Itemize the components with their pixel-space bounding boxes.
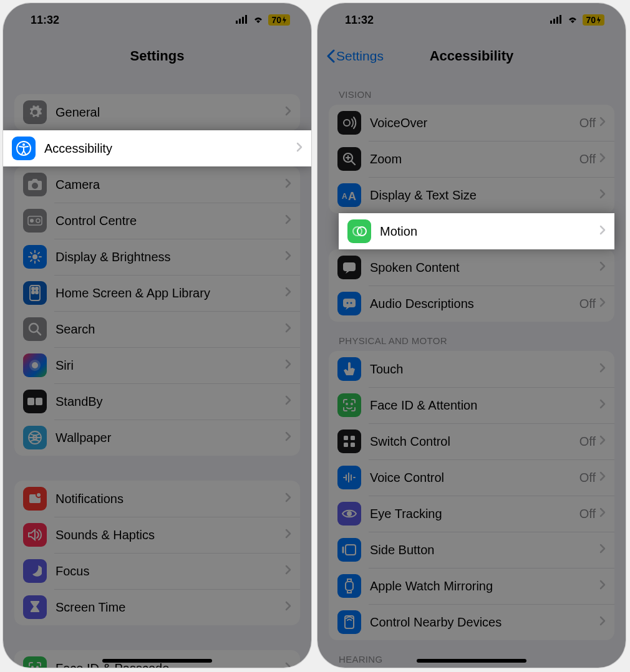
row-label: Display & Text Size bbox=[370, 188, 599, 203]
row-label: Eye Tracking bbox=[370, 507, 579, 521]
settings-row-sounds-haptics[interactable]: Sounds & Haptics bbox=[14, 517, 300, 553]
settings-row-general[interactable]: General bbox=[14, 94, 300, 130]
row-value: Off bbox=[579, 507, 596, 521]
cellular-icon bbox=[236, 14, 248, 27]
faceid-icon bbox=[23, 656, 47, 668]
chevron-right-icon bbox=[296, 142, 303, 155]
row-label: Siri bbox=[56, 358, 285, 373]
chevron-right-icon bbox=[599, 117, 606, 129]
svg-rect-44 bbox=[351, 443, 355, 447]
switch-icon bbox=[337, 430, 361, 453]
sounds-icon bbox=[23, 523, 47, 547]
settings-row-focus[interactable]: Focus bbox=[14, 553, 300, 589]
svg-point-8 bbox=[36, 219, 40, 223]
svg-point-24 bbox=[37, 666, 38, 668]
eyetracking-icon bbox=[337, 502, 361, 526]
settings-row-wallpaper[interactable]: Wallpaper bbox=[14, 420, 300, 456]
right-content: VisionVoiceOverOffZoomOffAADisplay & Tex… bbox=[317, 75, 626, 668]
settings-row-accessibility[interactable]: Accessibility bbox=[3, 130, 311, 166]
svg-rect-14 bbox=[36, 291, 38, 294]
nav-bar: Settings Accessibility bbox=[317, 37, 626, 75]
svg-rect-27 bbox=[556, 17, 558, 24]
siri-icon bbox=[23, 353, 47, 377]
faceid-attention-icon bbox=[337, 393, 361, 417]
svg-rect-28 bbox=[560, 15, 561, 24]
chevron-right-icon bbox=[599, 225, 606, 238]
row-label: Sounds & Haptics bbox=[56, 528, 285, 542]
settings-row-eye-tracking[interactable]: Eye TrackingOff bbox=[329, 496, 614, 532]
row-label: Camera bbox=[56, 178, 285, 192]
svg-point-39 bbox=[346, 403, 347, 405]
row-label: Motion bbox=[380, 224, 599, 239]
settings-row-spoken-content[interactable]: Spoken Content bbox=[329, 249, 614, 286]
settings-row-control-nearby-devices[interactable]: Control Nearby Devices bbox=[329, 604, 614, 640]
svg-rect-35 bbox=[343, 262, 356, 271]
settings-row-standby[interactable]: StandBy bbox=[14, 383, 300, 420]
homescreen-icon bbox=[23, 281, 47, 305]
row-value: Off bbox=[579, 434, 596, 449]
settings-group: CameraControl CentreDisplay & Brightness… bbox=[14, 166, 300, 456]
nearby-icon bbox=[337, 610, 361, 634]
phone-left: 11:32 70 Settings GeneralAccessibilityCa… bbox=[3, 3, 311, 668]
svg-point-23 bbox=[32, 666, 33, 668]
svg-point-22 bbox=[36, 492, 41, 497]
chevron-right-icon bbox=[285, 529, 291, 541]
row-label: Apple Watch Mirroring bbox=[370, 579, 599, 593]
cellular-icon bbox=[550, 14, 563, 27]
row-value: Off bbox=[579, 471, 596, 485]
controlcentre-icon bbox=[23, 209, 47, 233]
chevron-right-icon bbox=[599, 507, 606, 520]
chevron-right-icon bbox=[285, 601, 291, 613]
svg-rect-36 bbox=[343, 299, 356, 307]
settings-row-home-screen-app-library[interactable]: Home Screen & App Library bbox=[14, 275, 300, 311]
settings-row-siri[interactable]: Siri bbox=[14, 347, 300, 383]
settings-row-display-brightness[interactable]: Display & Brightness bbox=[14, 239, 300, 275]
svg-rect-11 bbox=[32, 287, 34, 290]
row-label: Switch Control bbox=[370, 434, 579, 449]
row-label: Voice Control bbox=[370, 471, 579, 485]
settings-row-apple-watch-mirroring[interactable]: Apple Watch Mirroring bbox=[329, 568, 614, 604]
settings-row-switch-control[interactable]: Switch ControlOff bbox=[329, 423, 614, 459]
back-label: Settings bbox=[336, 49, 384, 64]
watchmirror-icon bbox=[337, 574, 361, 598]
settings-row-display-text-size[interactable]: AADisplay & Text Size bbox=[329, 177, 614, 213]
back-button[interactable]: Settings bbox=[326, 49, 384, 64]
settings-row-notifications[interactable]: Notifications bbox=[14, 481, 300, 517]
settings-row-control-centre[interactable]: Control Centre bbox=[14, 203, 300, 239]
left-content: GeneralAccessibilityCameraControl Centre… bbox=[3, 75, 311, 668]
settings-row-screen-time[interactable]: Screen Time bbox=[14, 589, 300, 625]
battery-badge: 70 bbox=[583, 14, 604, 26]
chevron-right-icon bbox=[285, 662, 291, 668]
settings-row-side-button[interactable]: Side Button bbox=[329, 532, 614, 568]
svg-rect-1 bbox=[239, 19, 241, 24]
chevron-right-icon bbox=[599, 153, 606, 165]
chevron-right-icon bbox=[599, 616, 606, 628]
settings-group: VoiceOverOffZoomOffAADisplay & Text Size bbox=[329, 105, 614, 213]
row-value: Off bbox=[579, 297, 596, 311]
svg-rect-18 bbox=[27, 398, 34, 405]
settings-row-face-id-attention[interactable]: Face ID & Attention bbox=[329, 387, 614, 423]
svg-point-37 bbox=[347, 302, 349, 304]
standby-icon bbox=[23, 390, 47, 413]
settings-row-zoom[interactable]: ZoomOff bbox=[329, 141, 614, 177]
brightness-icon bbox=[23, 245, 47, 269]
chevron-right-icon bbox=[599, 544, 606, 556]
svg-point-9 bbox=[32, 254, 37, 259]
svg-point-5 bbox=[22, 143, 25, 146]
settings-row-search[interactable]: Search bbox=[14, 311, 300, 347]
row-label: Face ID & Attention bbox=[370, 398, 599, 413]
svg-rect-26 bbox=[553, 19, 555, 24]
settings-row-voiceover[interactable]: VoiceOverOff bbox=[329, 105, 614, 141]
settings-row-camera[interactable]: Camera bbox=[14, 166, 300, 203]
svg-point-15 bbox=[29, 324, 38, 332]
settings-row-audio-descriptions[interactable]: Audio DescriptionsOff bbox=[329, 286, 614, 322]
chevron-right-icon bbox=[285, 178, 291, 191]
settings-row-touch[interactable]: Touch bbox=[329, 351, 614, 387]
chevron-right-icon bbox=[285, 106, 291, 118]
svg-rect-46 bbox=[346, 545, 356, 555]
row-label: Wallpaper bbox=[56, 431, 285, 445]
svg-text:A: A bbox=[342, 192, 347, 201]
chevron-right-icon bbox=[599, 297, 606, 310]
settings-row-motion[interactable]: Motion bbox=[339, 213, 614, 249]
settings-row-voice-control[interactable]: Voice ControlOff bbox=[329, 459, 614, 496]
